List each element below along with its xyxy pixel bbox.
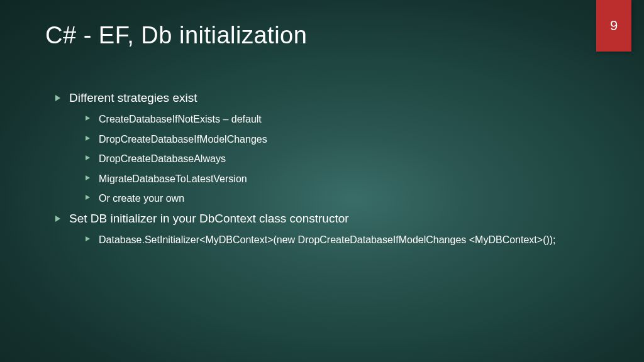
bullet-text: Different strategies exist xyxy=(69,91,594,105)
triangle-bullet-icon xyxy=(86,236,90,241)
bullet-text: Or create your own xyxy=(99,192,594,206)
bullet-item: Set DB initializer in your DbContext cla… xyxy=(55,212,594,226)
page-number: 9 xyxy=(610,18,618,34)
bullet-text: Set DB initializer in your DbContext cla… xyxy=(69,212,594,226)
bullet-text: Database.SetInitializer<MyDBContext>(new… xyxy=(99,233,594,247)
bullet-text: DropCreateDatabaseAlways xyxy=(99,152,594,166)
triangle-bullet-icon xyxy=(86,195,90,200)
bullet-text: CreateDatabaseIfNotExists – default xyxy=(99,112,594,126)
triangle-bullet-icon xyxy=(55,216,60,222)
bullet-text: DropCreateDatabaseIfModelChanges xyxy=(99,133,594,146)
bullet-item: DropCreateDatabaseIfModelChanges xyxy=(86,133,594,146)
bullet-item: CreateDatabaseIfNotExists – default xyxy=(86,112,594,126)
slide-content: Different strategies exist CreateDatabas… xyxy=(55,91,594,253)
page-number-badge: 9 xyxy=(596,0,631,52)
bullet-item: Or create your own xyxy=(86,192,594,206)
bullet-item: Different strategies exist xyxy=(55,91,594,105)
triangle-bullet-icon xyxy=(86,136,90,141)
triangle-bullet-icon xyxy=(55,95,60,101)
bullet-item: DropCreateDatabaseAlways xyxy=(86,152,594,166)
triangle-bullet-icon xyxy=(86,155,90,160)
bullet-item: Database.SetInitializer<MyDBContext>(new… xyxy=(86,233,594,247)
triangle-bullet-icon xyxy=(86,116,90,121)
bullet-item: MigrateDatabaseToLatestVersion xyxy=(86,172,594,186)
triangle-bullet-icon xyxy=(86,175,90,180)
bullet-text: MigrateDatabaseToLatestVersion xyxy=(99,172,594,186)
slide-title: C# - EF, Db initialization xyxy=(45,22,307,49)
